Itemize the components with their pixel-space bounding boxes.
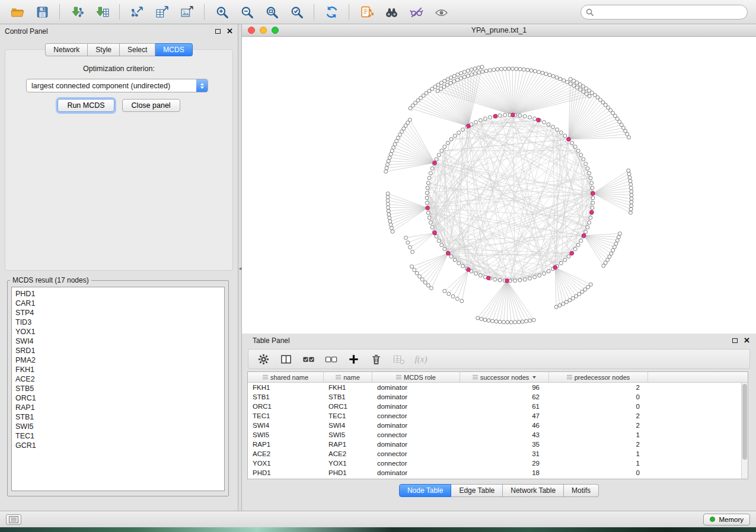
toggle-visibility-button[interactable] <box>429 2 454 22</box>
apply-layout-button[interactable] <box>319 2 344 22</box>
table-scrollbar[interactable] <box>741 383 748 479</box>
maximize-window-button[interactable] <box>272 27 279 34</box>
close-panel-button[interactable]: Close panel <box>122 99 180 112</box>
result-node-item[interactable]: ACE2 <box>12 374 224 384</box>
table-row[interactable]: RAP1RAP1dominator352 <box>248 440 741 449</box>
table-cell: RAP1 <box>324 440 372 449</box>
criterion-selected-value: largest connected component (undirected) <box>27 82 196 90</box>
scrollbar-thumb[interactable] <box>742 384 747 460</box>
panel-splitter[interactable]: ◄ <box>238 24 242 511</box>
table-cell: SWI5 <box>324 430 372 440</box>
close-window-button[interactable] <box>248 27 255 34</box>
import-network-button[interactable] <box>65 2 90 22</box>
open-file-button[interactable] <box>5 2 30 22</box>
table-cell: STB1 <box>324 392 372 402</box>
table-cell: 1 <box>549 449 648 459</box>
network-graph[interactable] <box>242 37 756 334</box>
float-panel-icon[interactable] <box>215 29 221 34</box>
table-row[interactable]: TEC1TEC1connector472 <box>248 411 741 421</box>
result-node-item[interactable]: PMA2 <box>12 355 224 365</box>
close-panel-icon[interactable]: ✕ <box>744 338 750 344</box>
search-input[interactable] <box>596 8 733 16</box>
search-network-button[interactable] <box>379 2 404 22</box>
graphics-details-button[interactable] <box>404 2 429 22</box>
share-document-button[interactable] <box>354 2 379 22</box>
result-node-item[interactable]: YOX1 <box>12 327 224 336</box>
table-cell: 2 <box>549 440 648 449</box>
table-row[interactable]: STB1STB1dominator620 <box>248 392 741 402</box>
close-panel-icon[interactable]: ✕ <box>227 28 233 34</box>
import-table-button[interactable] <box>90 2 114 22</box>
gear-icon <box>257 353 270 366</box>
show-columns-button[interactable] <box>276 351 296 367</box>
result-node-item[interactable]: PHD1 <box>12 289 224 299</box>
column-header-successor-nodes[interactable]: successor nodes <box>460 372 549 382</box>
export-network-button[interactable] <box>125 2 149 22</box>
zoom-selected-button[interactable] <box>284 2 309 22</box>
memory-button[interactable]: Memory <box>703 514 750 525</box>
collapse-left-icon[interactable]: ◄ <box>238 266 243 271</box>
column-header-filler <box>648 372 748 382</box>
column-label: MCDS role <box>404 374 436 381</box>
result-node-item[interactable]: SRD1 <box>12 346 224 355</box>
column-header-mcds-role[interactable]: MCDS role <box>372 372 460 382</box>
table-settings-button[interactable] <box>253 351 273 367</box>
zoom-fit-button[interactable] <box>259 2 284 22</box>
network-title: YPA_prune.txt_1 <box>471 26 527 34</box>
zoom-out-button[interactable] <box>234 2 259 22</box>
table-cell: 0 <box>549 468 648 477</box>
graphics-details-icon <box>410 5 423 19</box>
minimize-window-button[interactable] <box>260 27 267 34</box>
deselect-all-button[interactable] <box>321 351 341 367</box>
column-header-predecessor-nodes[interactable]: predecessor nodes <box>549 372 648 382</box>
table-row[interactable]: PHD1PHD1dominator180 <box>248 468 741 477</box>
save-session-button[interactable] <box>30 2 55 22</box>
result-node-item[interactable]: FKH1 <box>12 365 224 374</box>
result-node-item[interactable]: ORC1 <box>12 393 224 403</box>
result-node-item[interactable]: GCR1 <box>12 441 224 450</box>
table-row[interactable]: ORC1ORC1dominator610 <box>248 402 741 411</box>
delete-table-button[interactable] <box>388 351 409 367</box>
tab-edge-table[interactable]: Edge Table <box>451 484 503 497</box>
export-network-icon <box>130 5 144 19</box>
table-cell: dominator <box>372 392 460 402</box>
float-panel-icon[interactable] <box>732 338 738 343</box>
table-cell: YOX1 <box>248 459 324 468</box>
function-builder-button[interactable]: f(x) <box>411 351 431 367</box>
result-node-item[interactable]: TEC1 <box>12 431 224 441</box>
result-node-item[interactable]: TID3 <box>12 318 224 327</box>
result-node-item[interactable]: CAR1 <box>12 299 224 308</box>
status-menu-button[interactable] <box>6 514 21 525</box>
delete-column-button[interactable] <box>366 351 386 367</box>
column-menu-icon <box>567 375 572 379</box>
result-node-item[interactable]: STP4 <box>12 308 224 318</box>
tab-network-table[interactable]: Network Table <box>503 484 564 497</box>
table-cell: 0 <box>549 402 648 411</box>
table-cell: 1 <box>549 459 648 468</box>
table-row[interactable]: ACE2ACE2connector311 <box>248 449 741 459</box>
tab-motifs[interactable]: Motifs <box>564 484 599 497</box>
column-header-name[interactable]: name <box>324 372 372 382</box>
zoom-in-button[interactable] <box>209 2 234 22</box>
result-node-item[interactable]: STB1 <box>12 412 224 422</box>
run-mcds-button[interactable]: Run MCDS <box>58 99 114 112</box>
table-row[interactable]: YOX1YOX1connector291 <box>248 459 741 468</box>
table-cell: ACE2 <box>324 449 372 459</box>
select-all-button[interactable] <box>298 351 318 367</box>
table-cell: ORC1 <box>248 402 324 411</box>
tab-node-table[interactable]: Node Table <box>399 484 452 497</box>
table-row[interactable]: FKH1FKH1dominator962 <box>248 383 741 392</box>
criterion-select[interactable]: largest connected component (undirected) <box>26 79 208 92</box>
table-row[interactable]: SWI4SWI4dominator462 <box>248 421 741 430</box>
column-header-shared-name[interactable]: shared name <box>248 372 324 382</box>
add-column-button[interactable] <box>343 351 363 367</box>
result-node-item[interactable]: RAP1 <box>12 403 224 412</box>
export-image-button[interactable] <box>174 2 199 22</box>
result-node-item[interactable]: SWI4 <box>12 336 224 346</box>
result-node-item[interactable]: SWI5 <box>12 422 224 431</box>
column-menu-icon <box>396 375 401 379</box>
export-table-button[interactable] <box>149 2 174 22</box>
table-row[interactable]: SWI5SWI5connector431 <box>248 430 741 440</box>
table-tabs: Node Table Edge Table Network Table Moti… <box>242 484 756 497</box>
result-node-item[interactable]: STB5 <box>12 384 224 393</box>
